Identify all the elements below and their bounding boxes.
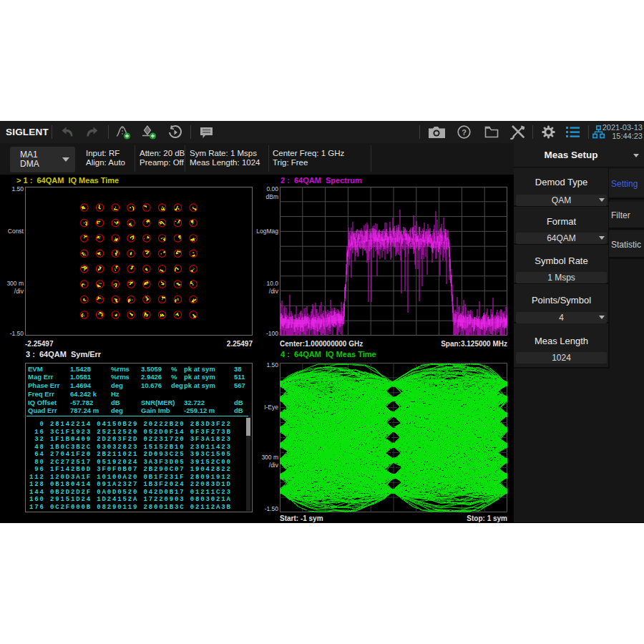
svg-text:?: ? xyxy=(462,128,467,137)
